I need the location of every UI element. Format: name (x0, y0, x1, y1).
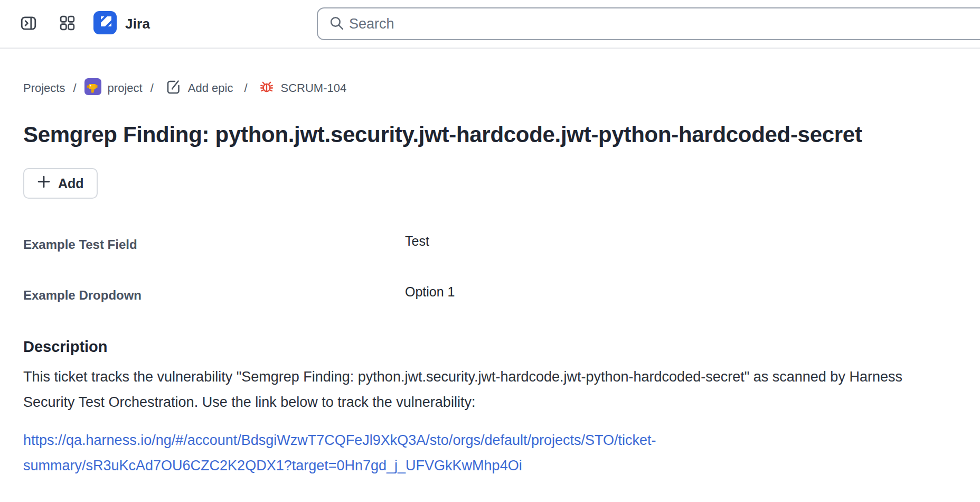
jira-home-link[interactable]: Jira (93, 11, 150, 36)
field-value[interactable]: Option 1 (405, 284, 455, 300)
edit-pencil-icon (165, 78, 182, 98)
breadcrumb-add-epic[interactable]: Add epic (165, 78, 233, 98)
breadcrumb-issue-key-label: SCRUM-104 (281, 81, 347, 95)
jira-logo-icon (93, 11, 117, 36)
bug-issue-type-icon (259, 78, 275, 98)
breadcrumb-separator: / (244, 81, 247, 95)
plus-icon (37, 175, 51, 192)
search-input[interactable] (349, 16, 980, 32)
field-row: Example Dropdown Option 1 (23, 287, 943, 303)
field-label: Example Test Field (23, 237, 405, 253)
breadcrumb-issue-key[interactable]: SCRUM-104 (259, 78, 347, 98)
field-value[interactable]: Test (405, 233, 429, 249)
search-icon (328, 15, 345, 33)
global-search-box[interactable] (317, 7, 980, 40)
add-button-label: Add (58, 176, 84, 191)
top-navigation-bar: Jira (0, 0, 980, 49)
project-avatar-icon (84, 78, 101, 98)
breadcrumb-separator: / (73, 81, 76, 95)
issue-view: Projects / project / (0, 78, 980, 478)
breadcrumb-projects-label: Projects (23, 81, 65, 95)
breadcrumb-add-epic-label: Add epic (188, 81, 233, 95)
field-label: Example Dropdown (23, 287, 405, 303)
breadcrumb-project-label: project (108, 81, 143, 95)
app-switcher-button[interactable] (59, 15, 76, 33)
sidebar-expand-icon (20, 15, 37, 33)
breadcrumb-projects[interactable]: Projects (23, 81, 65, 95)
breadcrumb-separator: / (150, 81, 154, 95)
field-row: Example Test Field Test (23, 237, 943, 253)
breadcrumb: Projects / project / (23, 78, 943, 98)
apps-grid-icon (59, 15, 76, 33)
sidebar-toggle-button[interactable] (20, 15, 37, 33)
issue-title[interactable]: Semgrep Finding: python.jwt.security.jwt… (23, 119, 943, 150)
description-heading: Description (23, 338, 943, 356)
app-name: Jira (125, 16, 150, 32)
add-button[interactable]: Add (23, 168, 98, 199)
description-text: This ticket tracks the vulnerability "Se… (23, 364, 931, 415)
vulnerability-link[interactable]: https://qa.harness.io/ng/#/account/Bdsgi… (23, 427, 778, 478)
breadcrumb-project[interactable]: project (84, 78, 143, 98)
custom-fields: Example Test Field Test Example Dropdown… (23, 237, 943, 303)
description-section: Description This ticket tracks the vulne… (23, 338, 943, 478)
